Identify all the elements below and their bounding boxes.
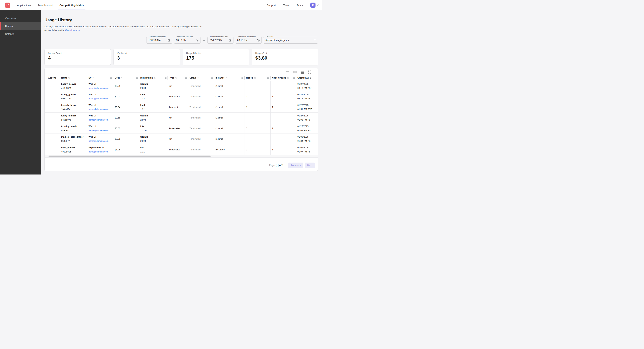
type-value: vm [169,138,187,140]
created-by-source: Web UI [88,136,112,138]
row-actions-menu-icon[interactable] [50,138,54,140]
cluster-id: 1f40a19e [61,108,86,110]
column-header-created-at[interactable]: Created At [296,75,316,81]
app-logo[interactable]: R [5,2,10,8]
created-by-email-link[interactable]: name@domain.com [88,140,112,142]
stat-card-usage-minutes: Usage Minutes 175 [183,49,249,65]
account-menu[interactable]: K [310,2,319,8]
clock-icon[interactable] [196,39,198,42]
usage-history-table-card: Actions Name By Cost Distribution Type S… [44,68,318,171]
equals-icon[interactable] [242,77,244,78]
nav-link-support[interactable]: Support [267,4,276,7]
nav-link-team[interactable]: Team [283,4,290,7]
stat-value: $3.80 [255,55,314,61]
cluster-id: fe3f8977 [61,140,86,142]
row-actions-menu-icon[interactable] [50,96,54,98]
row-actions-menu-icon[interactable] [50,117,54,119]
stat-label: VM Count [117,52,176,54]
node-groups-value: 1 [272,127,294,130]
created-by-email-link[interactable]: name@domain.com [88,108,112,110]
created-by-email-link[interactable]: name@domain.com [88,97,112,100]
caret-down-icon [314,40,316,41]
avatar-initial: K [312,4,314,6]
row-actions-menu-icon[interactable] [50,127,54,129]
created-by-email-link[interactable]: name@domain.com [88,87,112,89]
equals-icon[interactable] [211,77,213,78]
column-header-type[interactable]: Type [168,75,188,81]
created-by-source: Web UI [88,83,112,85]
cost-value: $0.66 [115,127,138,130]
cluster-name: happy_beaver [61,83,86,85]
created-date: 01/27/2025 [298,83,314,85]
column-header-instance[interactable]: Instance [214,75,245,81]
horizontal-scrollbar[interactable] [44,155,318,158]
column-header-node-groups[interactable]: Node Groups [270,75,296,81]
terminated-after-date-field[interactable]: Terminated after date 10/27/2024 [146,37,172,43]
equals-icon[interactable] [136,77,138,78]
created-date: 01/27/2025 [298,104,314,106]
equals-icon[interactable] [267,77,269,78]
equals-icon[interactable] [164,77,166,78]
row-actions-menu-icon[interactable] [50,85,54,87]
nav-link-docs[interactable]: Docs [297,4,303,7]
horizontal-scrollbar-thumb[interactable] [48,156,210,157]
column-header-name[interactable]: Name [60,75,87,81]
column-label: Created At [298,76,308,79]
pagination: Page [1] of 1 Previous Next [44,163,318,171]
calendar-icon[interactable] [229,39,232,42]
cluster-name: frosty_galileo [61,93,86,96]
clock-icon[interactable] [257,39,260,42]
previous-page-button[interactable]: Previous [288,163,303,168]
terminated-before-time-field[interactable]: Terminated before time 03:19 PM [235,37,262,43]
overview-page-link[interactable]: Overview page [65,29,81,31]
created-by-email-link[interactable]: name@domain.com [88,129,112,132]
sidebar-item-overview[interactable]: Overview [0,14,41,22]
created-by-email-link[interactable]: name@domain.com [88,118,112,121]
created-date: 01/02/2025 [298,146,314,149]
next-page-button[interactable]: Next [305,163,315,168]
column-header-cost[interactable]: Cost [113,75,139,81]
terminated-before-date-field[interactable]: Terminated before date 01/27/2025 [208,37,234,43]
columns-icon[interactable] [293,70,297,74]
instance-value: r1.large [216,138,243,140]
column-header-nodes[interactable]: Nodes [245,75,270,81]
equals-icon[interactable] [185,77,187,78]
equals-icon[interactable] [110,77,112,78]
sidebar-item-settings[interactable]: Settings [0,30,41,38]
sidebar-item-history[interactable]: History [0,22,41,30]
cluster-name: magical_stonebraker [61,136,86,138]
fullscreen-icon[interactable] [308,70,312,74]
cluster-id: cae5ea11 [61,129,86,132]
equals-icon[interactable] [293,77,295,78]
type-value: vm [169,116,187,119]
row-actions-menu-icon[interactable] [50,106,54,108]
nodes-value: 3 [246,148,269,151]
tab-applications[interactable]: Applications [17,0,31,10]
timezone-select[interactable]: Timezone America/Los_Angeles [263,37,318,43]
table-row: magical_stonebrakerfe3f8977 Web UIname@d… [44,134,318,144]
status-value: Terminated [190,106,212,108]
avatar[interactable]: K [310,2,316,8]
column-header-by[interactable]: By [87,75,113,81]
column-header-distribution[interactable]: Distribution [139,75,168,81]
table-toolbar [44,68,318,75]
table-row: frosty_galileo995b7182 Web UIname@domain… [44,91,318,102]
column-label: Type [169,76,174,79]
density-icon[interactable] [301,70,304,74]
cluster-id: a48d9324 [61,87,86,89]
created-by-email-link[interactable]: name@domain.com [88,150,112,153]
column-label: Name [61,76,67,79]
created-time: 01:03 PM PST [298,118,314,121]
row-actions-menu-icon[interactable] [50,149,54,151]
calendar-icon[interactable] [168,39,170,42]
node-groups-value: - [272,116,294,119]
tab-troubleshoot[interactable]: Troubleshoot [38,0,53,10]
terminated-after-time-field[interactable]: Terminated after time 03:19 PM [174,37,200,43]
tab-compatibility-matrix[interactable]: Compatibility Matrix [60,0,84,10]
filter-icon[interactable] [286,70,289,74]
column-header-status[interactable]: Status [188,75,214,81]
status-value: Terminated [190,95,212,98]
instance-value: r1.small [216,85,243,87]
column-label: Actions [48,76,56,79]
distribution-name: eks [140,146,166,149]
